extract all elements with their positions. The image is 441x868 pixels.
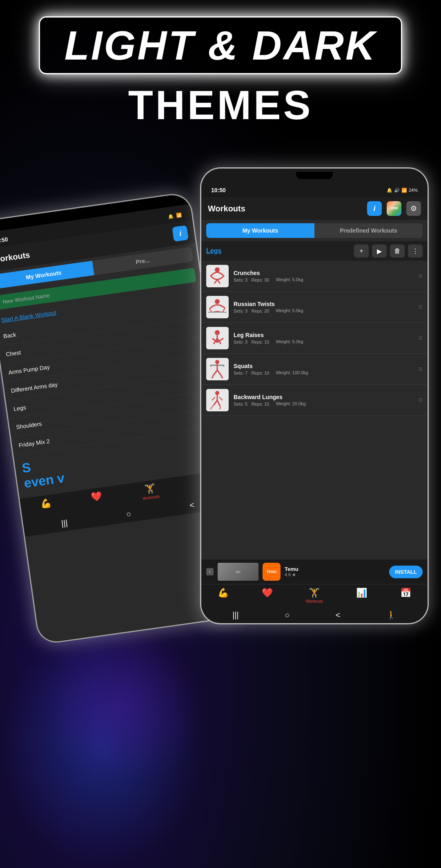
front-gear-btn[interactable]: ⚙	[406, 201, 421, 216]
front-phone-screen: 10:50 🔔 🔊 📶 24% Workouts i 1RM	[201, 169, 428, 623]
delete-btn[interactable]: 🗑	[390, 244, 405, 258]
front-header-icons: i 1RM ⚙	[367, 201, 421, 216]
exercise-info-squats: Squats Sets: 7 Reps: 10 Weight: 100.0kg	[234, 363, 418, 375]
header-box: LIGHT & DARK	[39, 16, 403, 74]
exercise-name-leg-raises: Leg Raises	[234, 332, 418, 338]
svg-point-15	[215, 360, 219, 364]
exercise-weight-backward-lunges: Weight: 20.0kg	[276, 401, 305, 406]
front-exercise-list: Crunches Sets: 3 Reps: 30 Weight: 5.0kg …	[201, 261, 428, 559]
exercise-weight-leg-raises: Weight: 5.0kg	[276, 339, 303, 344]
back-nav-workouts-active[interactable]: 🏋️ Workouts	[141, 483, 160, 501]
exercise-info-backward-lunges: Backward Lunges Sets: 5 Reps: 15 Weight:…	[234, 394, 418, 406]
play-btn[interactable]: ▶	[372, 244, 387, 258]
front-app-title: Workouts	[208, 204, 245, 213]
front-ad-banner: i AD TEMU Temu 4.6 ★ INSTALL	[201, 559, 428, 584]
front-tabs: My Workouts Predefined Workouts	[206, 223, 423, 238]
exercise-stats-russian-twists: Sets: 3 Reps: 20	[234, 309, 269, 313]
header-section: LIGHT & DARK THEMES	[0, 16, 441, 127]
exercise-info-leg-raises: Leg Raises Sets: 3 Reps: 15 Weight: 5.0k…	[234, 332, 418, 344]
back-btn-gesture: <	[336, 610, 341, 620]
front-nav-stats[interactable]: 📊	[356, 588, 367, 604]
backward-lunges-icon	[206, 389, 229, 411]
squats-icon	[206, 358, 229, 380]
exercise-name-backward-lunges: Backward Lunges	[234, 394, 418, 400]
ad-thumbnail: AD	[218, 563, 258, 581]
exercise-name-crunches: Crunches	[234, 270, 418, 276]
drag-handle-backward-lunges[interactable]: ≡	[418, 396, 423, 404]
exercise-leg-raises: Leg Raises Sets: 3 Reps: 15 Weight: 5.0k…	[201, 323, 428, 354]
drag-handle-leg-raises[interactable]: ≡	[418, 334, 423, 342]
back-nav-heart[interactable]: ❤️	[90, 491, 103, 508]
drag-handle-squats[interactable]: ≡	[418, 365, 423, 373]
phones-container: 10:50 🔔 📶 Workouts i My Workouts Pre...	[0, 155, 441, 868]
exercise-russian-twists: Russian Twists Sets: 3 Reps: 20 Weight: …	[201, 292, 428, 323]
ad-info-section: Temu 4.6 ★	[285, 566, 385, 577]
drag-handle-russian-twists[interactable]: ≡	[418, 303, 423, 311]
header-subtitle: THEMES	[0, 82, 441, 127]
front-status-time: 10:50	[211, 187, 226, 193]
exercise-thumb-backward-lunges	[206, 389, 229, 411]
exercise-info-crunches: Crunches Sets: 3 Reps: 30 Weight: 5.0kg	[234, 270, 418, 282]
ad-info-icon: i	[206, 568, 214, 575]
exercise-name-russian-twists: Russian Twists	[234, 301, 418, 307]
back-app-title: Workouts	[0, 250, 31, 265]
leg-raises-icon	[206, 327, 229, 349]
exercise-stats-squats: Sets: 7 Reps: 10	[234, 371, 269, 375]
svg-point-8	[215, 330, 220, 335]
exercise-thumb-squats	[206, 358, 229, 380]
exercise-weight-crunches: Weight: 5.0kg	[276, 277, 303, 282]
front-bottom-nav: 💪 ❤️ 🏋️ Workouts 📊 📅	[201, 584, 428, 607]
front-section-actions: + ▶ 🗑 ⋮	[354, 244, 423, 258]
ad-rating: 4.6 ★	[285, 572, 385, 577]
exercise-squats: Squats Sets: 7 Reps: 10 Weight: 100.0kg …	[201, 354, 428, 385]
exercise-stats-crunches: Sets: 3 Reps: 30	[234, 277, 269, 282]
front-section-title[interactable]: Legs	[206, 247, 221, 255]
back-status-time: 10:50	[0, 236, 8, 244]
exercise-weight-squats: Weight: 100.0kg	[276, 370, 308, 375]
phone-front: 10:50 🔔 🔊 📶 24% Workouts i 1RM	[200, 167, 429, 624]
svg-point-1	[215, 267, 220, 272]
front-section-header: Legs + ▶ 🗑 ⋮	[201, 241, 428, 261]
drag-handle-crunches[interactable]: ≡	[418, 272, 423, 280]
front-status-icons: 🔔 🔊 📶 24%	[387, 188, 418, 193]
exercise-thumb-leg-raises	[206, 327, 229, 349]
front-app-header: Workouts i 1RM ⚙	[201, 197, 428, 220]
ad-app-name: Temu	[285, 566, 385, 572]
install-button[interactable]: INSTALL	[389, 566, 423, 578]
back-nav-workout[interactable]: 💪	[40, 498, 53, 515]
front-nav-heart[interactable]: ❤️	[262, 588, 273, 604]
home-gesture: ○	[285, 610, 290, 620]
exercise-backward-lunges: Backward Lunges Sets: 5 Reps: 15 Weight:…	[201, 385, 428, 416]
exercise-weight-russian-twists: Weight: 5.0kg	[276, 308, 303, 313]
exercise-stats-backward-lunges: Sets: 5 Reps: 15	[234, 402, 269, 406]
front-nav-workout[interactable]: 💪	[218, 588, 229, 604]
svg-point-25	[215, 391, 219, 395]
front-tab-my-workouts[interactable]: My Workouts	[206, 223, 314, 238]
add-exercise-btn[interactable]: +	[354, 244, 369, 258]
front-tab-predefined[interactable]: Predefined Workouts	[314, 223, 423, 238]
front-1rm-btn[interactable]: 1RM	[387, 201, 401, 216]
front-nav-calendar[interactable]: 📅	[400, 588, 411, 604]
header-title: LIGHT & DARK	[65, 25, 377, 66]
exercise-thumb-crunches	[206, 265, 229, 287]
front-nav-workouts-label: Workouts	[306, 599, 323, 604]
front-status-bar: 10:50 🔔 🔊 📶 24%	[201, 181, 428, 197]
overview-gesture: 🚶	[386, 610, 396, 620]
svg-point-5	[215, 299, 220, 304]
russian-twists-icon	[206, 296, 229, 318]
back-gesture: |||	[232, 610, 239, 620]
exercise-thumb-russian-twists	[206, 296, 229, 318]
ad-logo: TEMU	[263, 563, 281, 581]
exercise-info-russian-twists: Russian Twists Sets: 3 Reps: 20 Weight: …	[234, 301, 418, 313]
exercise-crunches: Crunches Sets: 3 Reps: 30 Weight: 5.0kg …	[201, 261, 428, 292]
more-btn[interactable]: ⋮	[408, 244, 423, 258]
front-info-btn[interactable]: i	[367, 201, 382, 216]
front-nav-workouts-active[interactable]: 🏋️ Workouts	[306, 588, 323, 604]
crunches-icon	[206, 265, 229, 287]
front-phone-nav-bar: ||| ○ < 🚶	[201, 607, 428, 623]
back-info-icon[interactable]: i	[172, 225, 189, 242]
exercise-name-squats: Squats	[234, 363, 418, 369]
exercise-stats-leg-raises: Sets: 3 Reps: 15	[234, 340, 269, 344]
